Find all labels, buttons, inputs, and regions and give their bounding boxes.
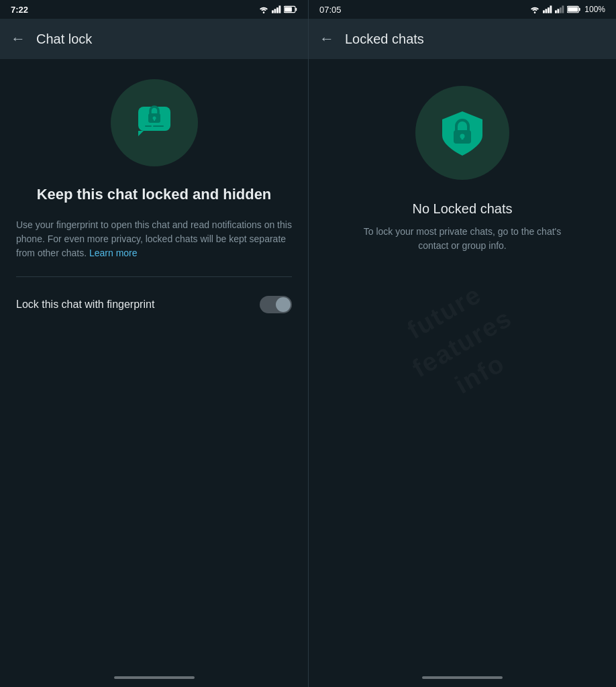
svg-rect-25 bbox=[568, 7, 578, 11]
battery-icon bbox=[284, 5, 297, 13]
status-bar-left: 7:22 bbox=[0, 0, 308, 19]
signal-icon-right2 bbox=[555, 5, 564, 13]
bottom-bar-right bbox=[309, 676, 616, 687]
no-locked-desc: To lock your most private chats, go to t… bbox=[362, 225, 563, 253]
status-time-left: 7:22 bbox=[11, 5, 28, 15]
app-bar-title-left: Chat lock bbox=[36, 32, 92, 47]
svg-rect-12 bbox=[145, 125, 152, 127]
bottom-bar-left bbox=[0, 676, 308, 687]
left-panel: 7:22 ← Chat lock bbox=[0, 0, 308, 687]
right-panel: 07:05 bbox=[308, 0, 616, 687]
chat-lock-icon-circle bbox=[111, 79, 198, 166]
home-indicator-left bbox=[114, 676, 195, 679]
divider-left bbox=[16, 276, 292, 277]
back-button-right[interactable]: ← bbox=[319, 30, 334, 48]
toggle-knob bbox=[276, 297, 291, 312]
svg-rect-18 bbox=[550, 5, 552, 13]
app-bar-title-right: Locked chats bbox=[345, 32, 424, 47]
fingerprint-setting-row: Lock this chat with fingerprint bbox=[16, 290, 292, 319]
status-icons-right: 100% bbox=[529, 5, 605, 14]
svg-rect-28 bbox=[462, 136, 464, 140]
svg-rect-4 bbox=[279, 5, 281, 13]
status-icons-left bbox=[258, 5, 297, 13]
wifi-icon-right bbox=[529, 5, 540, 13]
svg-rect-19 bbox=[555, 10, 557, 13]
svg-rect-11 bbox=[154, 118, 155, 121]
svg-rect-6 bbox=[295, 8, 297, 11]
shield-lock-icon bbox=[435, 106, 489, 160]
main-heading-left: Keep this chat locked and hidden bbox=[37, 185, 272, 205]
shield-lock-icon-circle bbox=[415, 86, 509, 180]
svg-rect-21 bbox=[560, 7, 562, 13]
signal-icon bbox=[272, 5, 281, 13]
svg-point-0 bbox=[263, 11, 265, 13]
svg-rect-24 bbox=[579, 8, 580, 11]
back-button-left[interactable]: ← bbox=[11, 30, 25, 48]
svg-rect-20 bbox=[558, 9, 560, 13]
app-bar-right: ← Locked chats bbox=[309, 19, 616, 59]
svg-rect-16 bbox=[546, 9, 548, 13]
signal-icon-right bbox=[543, 5, 552, 13]
chat-lock-icon bbox=[133, 100, 176, 146]
app-bar-left: ← Chat lock bbox=[0, 19, 308, 59]
battery-label: 100% bbox=[584, 5, 605, 14]
content-left: Keep this chat locked and hidden Use you… bbox=[0, 59, 308, 676]
svg-rect-22 bbox=[562, 5, 564, 13]
svg-rect-1 bbox=[272, 10, 274, 13]
battery-icon-right bbox=[567, 5, 582, 13]
svg-rect-7 bbox=[285, 7, 292, 12]
content-right: No Locked chats To lock your most privat… bbox=[309, 59, 616, 676]
description-text-left: Use your fingerprint to open this chat a… bbox=[16, 218, 292, 260]
no-locked-title: No Locked chats bbox=[413, 201, 513, 217]
fingerprint-setting-label: Lock this chat with fingerprint bbox=[16, 299, 154, 311]
status-bar-right: 07:05 bbox=[309, 0, 616, 19]
svg-rect-15 bbox=[543, 10, 545, 13]
svg-rect-13 bbox=[153, 125, 164, 127]
wifi-icon bbox=[258, 5, 269, 13]
fingerprint-toggle[interactable] bbox=[260, 296, 292, 313]
status-time-right: 07:05 bbox=[319, 5, 342, 15]
home-indicator-right bbox=[422, 676, 503, 679]
svg-rect-2 bbox=[274, 9, 276, 13]
svg-rect-17 bbox=[548, 7, 550, 13]
svg-point-14 bbox=[534, 11, 536, 13]
svg-rect-3 bbox=[276, 7, 278, 13]
learn-more-link[interactable]: Learn more bbox=[89, 248, 138, 258]
